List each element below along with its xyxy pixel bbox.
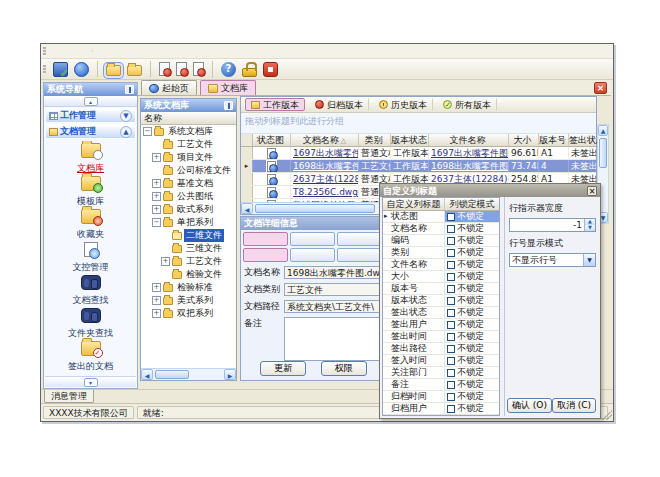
tree-item[interactable]: − 系统文档库 [141,125,236,138]
field-value[interactable] [284,317,383,361]
lock-mode-cell[interactable]: 不锁定 [445,379,499,390]
lock-mode-cell[interactable]: 不锁定 [445,367,499,378]
table-row[interactable]: ▸ 1698出水嘴零件图.dwg 工艺文件 工作版本 1698出水嘴零件图.dw… [241,160,596,173]
sidebar-group-document[interactable]: 文档管理 ▲ [45,124,136,139]
message-manager-tab[interactable]: 消息管理 [44,390,94,403]
lock-mode-cell[interactable]: 不锁定 [445,403,499,414]
checkbox[interactable] [447,393,455,401]
details-tab[interactable] [290,232,335,246]
config-col2-header[interactable]: 列锁定模式 [445,198,499,210]
details-tab[interactable] [243,248,288,262]
grid-column-header[interactable]: 文档名称△ [291,134,359,146]
checkbox[interactable] [447,405,455,413]
column-config-row[interactable]: 类别 不锁定 [383,247,499,259]
doc-name-cell[interactable]: 1697出水嘴零件图.dwg [291,147,359,159]
rownum-mode-select[interactable]: 不显示行号 ▼ [509,253,596,267]
tree-expander-icon[interactable]: + [152,296,161,305]
lock-mode-cell[interactable]: 不锁定 [445,271,499,282]
tree-item[interactable]: + 双把系列 [141,307,236,320]
grid-column-header[interactable]: 签出状态 [569,134,597,146]
file-name-cell[interactable]: 1698出水嘴零件图.dwg [429,160,509,172]
column-config-row[interactable]: 关注部门 不锁定 [383,367,499,379]
menu-item[interactable] [78,50,93,52]
details-tab[interactable] [337,232,382,246]
column-config-row[interactable]: 签出时间 不锁定 [383,331,499,343]
confirm-button[interactable]: 确认 (O) [507,398,552,413]
checkbox[interactable] [447,225,455,233]
column-config-row[interactable]: 签出路径 不锁定 [383,343,499,355]
help-icon[interactable] [212,61,239,78]
lock-mode-cell[interactable]: 不锁定 [445,307,499,318]
menu-item[interactable] [96,50,110,52]
column-config-row[interactable]: 归档用户 不锁定 [383,403,499,415]
column-config-row[interactable]: 大小 不锁定 [383,271,499,283]
checkbox[interactable] [447,273,455,281]
config-col1-header[interactable]: 自定义列标题 [383,198,445,210]
folder-open-icon[interactable] [97,61,124,77]
lock-mode-cell[interactable]: 不锁定 [445,283,499,294]
lock-mode-cell[interactable]: 不锁定 [445,235,499,246]
tree-item[interactable]: 二维文件 [141,229,236,242]
stop-icon[interactable] [260,61,281,78]
scrollbar-thumb[interactable] [599,138,607,168]
checkbox[interactable] [447,237,455,245]
globe-icon[interactable] [71,61,92,78]
lock-mode-cell[interactable]: 不锁定 [445,295,499,306]
tree-expander-icon[interactable]: − [143,127,152,136]
version-tab[interactable]: 工作版本 [245,98,305,111]
drag-handle[interactable] [43,65,46,74]
update-button[interactable]: 更新 [260,361,306,376]
tree-item[interactable]: 工艺文件 [141,138,236,151]
sidebar-item[interactable]: 模板库 [45,174,136,207]
checkbox[interactable] [447,345,455,353]
doc-name-cell[interactable]: 1698出水嘴零件图.dwg [291,160,359,172]
sidebar-item[interactable]: 文件夹查找 [45,306,136,339]
lock-mode-cell[interactable]: 不锁定 [445,211,499,222]
column-config-row[interactable]: 文件名称 不锁定 [383,259,499,271]
scroll-right-icon[interactable]: ▶ [224,369,236,380]
doc-name-cell[interactable]: 2637主体(12284).dwg [291,173,359,185]
tree-item[interactable]: 检验文件 [141,268,236,281]
field-value[interactable]: 系统文档夹\工艺文件\ [284,300,383,313]
checkbox[interactable] [447,357,455,365]
sidebar-scroll-up[interactable]: ▴ [44,96,137,107]
version-tab[interactable]: 所有版本 [437,98,497,111]
checkbox[interactable] [447,285,455,293]
column-config-row[interactable]: 版本号 不锁定 [383,283,499,295]
lock-mode-cell[interactable]: 不锁定 [445,319,499,330]
monitor-check-icon[interactable] [50,61,71,78]
grid-column-header[interactable]: 版本号 [539,134,569,146]
column-config-row[interactable]: 归档时间 不锁定 [383,391,499,403]
spinner[interactable]: ▲▼ [584,219,595,231]
permissions-button[interactable]: 权限 [321,361,367,376]
lock-mode-cell[interactable]: 不锁定 [445,331,499,342]
lock-mode-cell[interactable]: 不锁定 [445,259,499,270]
close-icon[interactable] [587,186,597,196]
drag-handle[interactable] [43,47,46,56]
field-value[interactable]: 工艺文件 [284,283,383,296]
column-config-row[interactable]: ▸状态图 不锁定 [383,211,499,223]
document-tab[interactable]: 起始页 [141,80,197,95]
column-config-row[interactable]: 签出状态 不锁定 [383,307,499,319]
folder-pair-icon[interactable] [124,61,145,77]
tree-column-header[interactable]: 名称 [141,112,236,125]
doc-name-cell[interactable]: T8.2356C.dwg [291,186,359,198]
tree-item[interactable]: 三维文件 [141,242,236,255]
lock-mode-cell[interactable]: 不锁定 [445,223,499,234]
lock-mode-cell[interactable]: 不锁定 [445,247,499,258]
lock-mode-cell[interactable]: 不锁定 [445,391,499,402]
dialog-titlebar[interactable]: 自定义列标题 [380,184,600,197]
sidebar-item[interactable]: 文档库 [45,141,136,174]
grid-column-header[interactable]: 文件名称 [429,134,509,146]
checkbox[interactable] [447,213,455,221]
chevron-up-icon[interactable]: ▲ [120,126,132,138]
tree-item[interactable]: + 项目文件 [141,151,236,164]
menu-item[interactable] [64,50,78,52]
dropdown-arrow-icon[interactable]: ▼ [583,254,595,266]
tree-expander-icon[interactable]: + [152,283,161,292]
checkbox[interactable] [447,333,455,341]
resize-grip[interactable] [602,410,612,420]
doc-badge-red-1-icon[interactable] [150,61,173,77]
doc-badge-red-3-icon[interactable] [190,61,207,77]
scroll-left-icon[interactable]: ◀ [241,203,253,214]
